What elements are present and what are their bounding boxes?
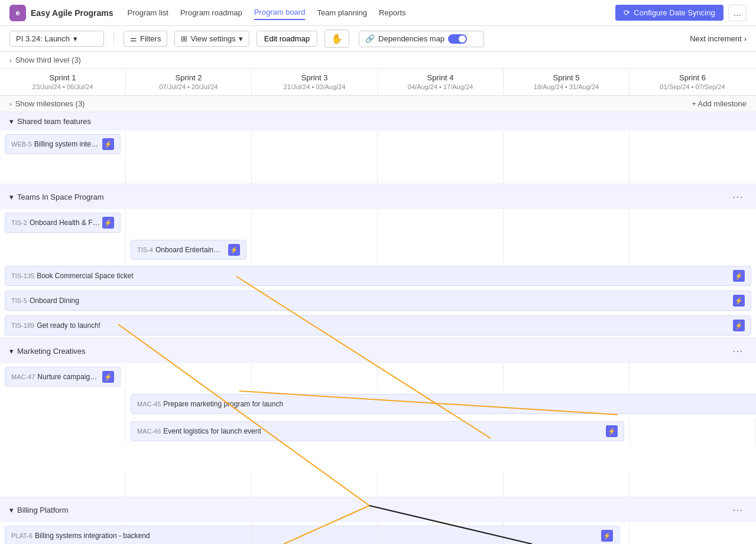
shared-cell-3 (252, 131, 378, 158)
empty-cell (630, 158, 755, 184)
dependencies-toggle[interactable] (448, 34, 467, 44)
lightning-icon: ⚡ (228, 244, 240, 256)
section-shared-team-features: ▾ Shared team features WEB-5 Billing sys… (0, 112, 756, 184)
show-milestones-label: Show milestones (3) (15, 99, 85, 108)
nav-reports[interactable]: Reports (379, 6, 406, 19)
section-billing-more-button[interactable]: ⋯ (729, 502, 747, 517)
show-third-level-row[interactable]: › Show third level (3) (0, 52, 756, 69)
shared-empty-row (0, 158, 756, 184)
mac-cell-2-2: MAC-45 Prepare marketing program for lau… (126, 390, 755, 418)
chevron-down-icon: ▾ (9, 506, 14, 514)
mac-cell-1-5 (504, 363, 630, 390)
dependencies-map-area: 🔗 Dependencies map ✕ (359, 31, 484, 47)
feature-id: PLAT-6 (11, 532, 33, 539)
mac-cell-3-5 (630, 418, 755, 445)
tis-cell-2-3 (252, 236, 378, 263)
feature-MAC-46[interactable]: MAC-46 Event logistics for launch event … (131, 421, 624, 441)
mac-cell-3-2: MAC-46 Event logistics for launch event … (126, 418, 630, 445)
mac-empty-row (0, 471, 756, 497)
tis-row-2: TIS-4 Onboard Entertainment ⚡ (0, 236, 756, 263)
empty-cell (252, 158, 378, 184)
feature-id: TIS-189 (11, 322, 34, 329)
nav-program-board[interactable]: Program board (254, 5, 306, 20)
feature-TIS-4[interactable]: TIS-4 Onboard Entertainment ⚡ (131, 240, 246, 260)
section-tis-header[interactable]: ▾ Teams In Space Program ⋯ (0, 184, 756, 209)
tis-row-5: TIS-5 Onboard Dining ⚡ (0, 288, 756, 313)
pi-label: PI 3.24: Launch (16, 34, 70, 43)
add-milestone-button[interactable]: + Add milestone (692, 99, 747, 108)
feature-TIS-135[interactable]: TIS-135 Book Commercial Space ticket ⚡ (5, 266, 751, 286)
filters-button[interactable]: ⚌ Filters (124, 31, 167, 47)
sprint-col-4: Sprint 4 04/Aug/24 • 17/Aug/24 (378, 69, 504, 95)
feature-name: Nurture campaign for launch event attend… (37, 373, 100, 381)
pan-tool-button[interactable]: ✋ (325, 30, 349, 48)
feature-TIS-189[interactable]: TIS-189 Get ready to launch! ⚡ (5, 315, 751, 335)
section-marketing-title: Marketing Creatives (17, 347, 86, 356)
section-billing: ▾ Billing Platform ⋯ PLAT-6 Billing syst… (0, 497, 756, 544)
feature-name: Onboard Entertainment (155, 246, 226, 254)
toggle-track[interactable] (448, 34, 467, 44)
show-milestones-button[interactable]: › Show milestones (3) (9, 99, 85, 108)
tis-cell-1-6 (630, 209, 755, 236)
toggle-thumb (459, 35, 466, 43)
feature-name: Onboard Health & Fitness (30, 219, 100, 227)
app-name: Easy Agile Programs (31, 8, 113, 18)
lightning-icon: ⚡ (606, 425, 618, 437)
mac-row-2: MAC-45 Prepare marketing program for lau… (0, 390, 756, 418)
tis-row-189: TIS-189 Get ready to launch! ⚡ (0, 313, 756, 338)
pi-dropdown[interactable]: PI 3.24: Launch ▾ (9, 31, 104, 47)
settings-icon: ⊞ (181, 34, 187, 43)
feature-id: TIS-2 (11, 219, 27, 226)
sprint-1-name: Sprint 1 (7, 73, 118, 82)
configure-icon: ⟳ (624, 8, 630, 17)
section-shared-header[interactable]: ▾ Shared team features (0, 112, 756, 131)
feature-MAC-45[interactable]: MAC-45 Prepare marketing program for lau… (131, 394, 756, 414)
mac-row-3: MAC-46 Event logistics for launch event … (0, 418, 756, 471)
configure-date-syncing-button[interactable]: ⟳ Configure Date Syncing (615, 5, 723, 21)
next-increment-button[interactable]: Next increment › (690, 31, 747, 46)
tis-row-1: TIS-2 Onboard Health & Fitness ⚡ (0, 209, 756, 236)
more-options-button[interactable]: ... (728, 5, 747, 21)
feature-MAC-47[interactable]: MAC-47 Nurture campaign for launch event… (5, 367, 121, 387)
edit-roadmap-button[interactable]: Edit roadmap (257, 31, 317, 47)
nav-team-planning[interactable]: Team planning (317, 6, 367, 19)
section-tis-more-button[interactable]: ⋯ (729, 189, 747, 204)
lightning-icon: ⚡ (102, 138, 114, 150)
tis-cell-1-2 (126, 209, 252, 236)
tis-cell-1-3 (252, 209, 378, 236)
sprint-col-3: Sprint 3 21/Jul/24 • 03/Aug/24 (252, 69, 378, 95)
tis-cell-2-5 (504, 236, 630, 263)
section-tis-title: Teams In Space Program (17, 193, 104, 201)
nav-program-roadmap[interactable]: Program roadmap (180, 6, 242, 19)
feature-WEB-5[interactable]: WEB-5 Billing system integration - front… (5, 134, 121, 154)
feature-TIS-2[interactable]: TIS-2 Onboard Health & Fitness ⚡ (5, 213, 121, 233)
toggle-close-icon[interactable]: ✕ (473, 35, 478, 42)
chevron-down-icon: ▾ (73, 34, 77, 43)
feature-id: MAC-45 (137, 400, 161, 408)
feature-TIS-5[interactable]: TIS-5 Onboard Dining ⚡ (5, 291, 751, 311)
view-settings-button[interactable]: ⊞ View settings ▾ (174, 31, 249, 47)
empty-cell (0, 158, 126, 184)
nav-links: Program list Program roadmap Program boa… (128, 5, 406, 20)
nav-program-list[interactable]: Program list (128, 6, 168, 19)
section-marketing-more-button[interactable]: ⋯ (729, 343, 747, 359)
mac-cell-2-1 (0, 390, 126, 418)
sprint-col-1: Sprint 1 23/Jun/24 • 06/Jul/24 (0, 69, 126, 95)
tis-cell-2-1 (0, 236, 126, 263)
feature-name: Billing system integration - frontend (34, 140, 100, 148)
section-marketing-header[interactable]: ▾ Marketing Creatives ⋯ (0, 338, 756, 363)
plat-cell-1-1: PLAT-6 Billing systems integration - bac… (0, 522, 126, 544)
app-logo-area: e Easy Agile Programs (9, 5, 113, 21)
shared-cell-2 (126, 131, 252, 158)
section-marketing-content: MAC-47 Nurture campaign for launch event… (0, 363, 756, 497)
feature-id: TIS-4 (137, 246, 153, 253)
sprint-col-6: Sprint 6 01/Sep/24 • 07/Sep/24 (630, 69, 755, 95)
mac-cell-1-2 (126, 363, 252, 390)
chevron-down-icon: ▾ (239, 34, 243, 43)
sprint-header: Sprint 1 23/Jun/24 • 06/Jul/24 Sprint 2 … (0, 69, 756, 96)
top-navigation: e Easy Agile Programs Program list Progr… (0, 0, 756, 26)
lightning-icon: ⚡ (733, 295, 745, 307)
lightning-icon: ⚡ (102, 371, 114, 383)
plat-cell-1-2 (126, 522, 252, 544)
section-billing-header[interactable]: ▾ Billing Platform ⋯ (0, 497, 756, 522)
